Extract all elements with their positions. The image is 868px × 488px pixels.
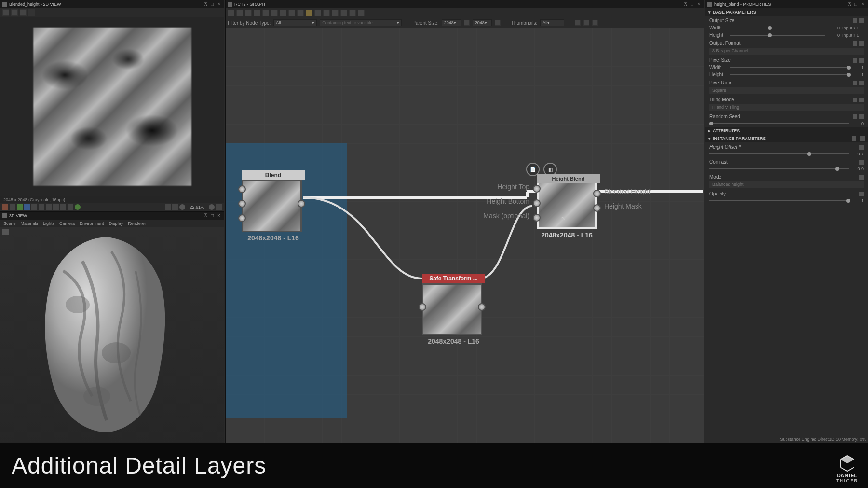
tool-icon[interactable]	[340, 10, 347, 16]
graph-canvas[interactable]: Blend 2048x2048 - L16 Safe Transform ...…	[226, 28, 704, 444]
pin-icon[interactable]: ⊼	[203, 213, 208, 219]
link-icon[interactable]	[859, 175, 864, 180]
tool-icon[interactable]	[332, 10, 339, 16]
tool-icon[interactable]	[288, 10, 295, 16]
menu-display[interactable]: Display	[109, 221, 123, 226]
slider-contrast[interactable]	[709, 167, 849, 171]
inherit-icon[interactable]	[853, 18, 857, 23]
dot-icon[interactable]	[209, 204, 215, 210]
menu-materials[interactable]: Materials	[21, 221, 39, 226]
tool-icon[interactable]	[583, 20, 589, 26]
tool-icon[interactable]	[358, 10, 365, 16]
select-mode[interactable]: Balanced height	[709, 181, 864, 188]
node-hb-thumb[interactable]	[537, 177, 597, 229]
menu-camera[interactable]: Camera	[59, 221, 75, 226]
inherit-icon[interactable]	[853, 41, 857, 46]
channel-b-icon[interactable]	[24, 204, 30, 210]
tool-icon[interactable]	[39, 204, 44, 210]
tool-icon[interactable]	[60, 204, 66, 210]
pin-icon[interactable]: ⊼	[203, 1, 208, 7]
link-icon[interactable]	[859, 192, 864, 196]
panel-3d-titlebar[interactable]: 3D VIEW ⊼ □ ×	[0, 212, 224, 220]
pin-icon[interactable]: ⊼	[846, 1, 852, 7]
section-base[interactable]: ▾ BASE PARAMETERS	[705, 8, 868, 16]
tool-icon[interactable]	[271, 10, 278, 16]
tool-icon[interactable]	[172, 204, 178, 210]
tool-icon[interactable]	[53, 204, 59, 210]
tool-icon[interactable]	[297, 10, 304, 16]
select-pixelratio[interactable]: Square	[709, 87, 864, 94]
node-port-out[interactable]	[298, 200, 305, 208]
node-blend-thumb[interactable]	[242, 180, 302, 232]
tool-icon[interactable]	[860, 136, 865, 141]
slider-random[interactable]	[709, 121, 849, 126]
tool-icon[interactable]	[68, 204, 73, 210]
tool-icon[interactable]	[852, 136, 856, 141]
val-pxwidth[interactable]: 1	[852, 65, 864, 70]
grid-icon[interactable]	[31, 204, 37, 210]
node-safetransform[interactable]: Safe Transform ... 2048x2048 - L16	[422, 274, 485, 345]
status-dot-icon[interactable]	[75, 204, 81, 210]
canvas-2d[interactable]	[0, 17, 224, 196]
node-port-in[interactable]	[238, 185, 246, 193]
inherit-icon[interactable]	[853, 81, 857, 85]
tool-icon[interactable]	[280, 10, 286, 16]
node-heightblend[interactable]: 📄 ◧ Height Blend 2048x2048 - L16 Height …	[537, 177, 597, 239]
save-icon[interactable]	[11, 9, 18, 16]
new-icon[interactable]	[2, 9, 9, 16]
menu-environment[interactable]: Environment	[80, 221, 104, 226]
camera-icon[interactable]	[245, 10, 252, 16]
node-port-out[interactable]	[478, 303, 486, 311]
link-icon[interactable]	[859, 114, 864, 119]
maximize-icon[interactable]: □	[209, 213, 215, 219]
tool-icon[interactable]	[10, 204, 15, 210]
node-port-in[interactable]	[533, 199, 541, 207]
camera-icon[interactable]	[2, 229, 9, 235]
lock-icon[interactable]	[216, 204, 222, 210]
tool-icon[interactable]	[236, 10, 243, 16]
select-tiling[interactable]: H and V Tiling	[709, 104, 864, 111]
panel-graph-titlebar[interactable]: RCT2 - GRAPH ⊼ □ ×	[226, 0, 704, 8]
thumb-select[interactable]: All ▾	[540, 19, 564, 26]
channel-g-icon[interactable]	[17, 204, 23, 210]
section-attr[interactable]: ▸ ATTRIBUTES	[705, 127, 868, 135]
node-port-in[interactable]	[238, 214, 246, 222]
val-opacity[interactable]: 1	[852, 198, 864, 203]
tool-icon[interactable]	[46, 204, 52, 210]
node-port-out[interactable]	[593, 204, 601, 212]
inherit-icon[interactable]	[853, 114, 857, 119]
close-icon[interactable]: ×	[860, 1, 866, 7]
mul-height[interactable]: Input x 1	[842, 33, 864, 38]
slider-pxheight[interactable]	[730, 72, 849, 77]
close-icon[interactable]: ×	[216, 1, 222, 7]
link-icon[interactable]	[859, 160, 864, 165]
menu-renderer[interactable]: Renderer	[128, 221, 146, 226]
lock-icon[interactable]	[495, 20, 501, 26]
select-outputformat[interactable]: 8 Bits per Channel	[709, 48, 864, 55]
tool-icon[interactable]	[592, 20, 598, 26]
link-icon[interactable]	[859, 58, 864, 63]
node-port-in[interactable]	[533, 214, 541, 222]
size-select[interactable]: 2048 ▾	[473, 19, 492, 26]
link-icon[interactable]	[464, 20, 470, 26]
tool-icon[interactable]	[262, 10, 269, 16]
val-height[interactable]: 0	[828, 33, 840, 38]
tool-icon[interactable]	[254, 10, 260, 16]
link-icon[interactable]	[859, 81, 864, 85]
tool-icon[interactable]	[306, 10, 312, 16]
maximize-icon[interactable]: □	[689, 1, 695, 7]
tool-icon[interactable]	[228, 10, 234, 16]
tool-icon[interactable]	[323, 10, 330, 16]
dot-icon[interactable]	[179, 204, 185, 210]
panel-2d-titlebar[interactable]: Blended_height - 2D VIEW ⊼ □ ×	[0, 0, 224, 8]
val-contrast[interactable]: 0.9	[852, 167, 864, 171]
copy-icon[interactable]	[20, 9, 27, 16]
parent-select[interactable]: 2048 ▾	[442, 19, 461, 26]
link-icon[interactable]	[859, 41, 864, 46]
slider-opacity[interactable]	[709, 198, 849, 203]
val-hoffset[interactable]: 0.7	[852, 152, 864, 156]
inherit-icon[interactable]	[853, 58, 857, 63]
node-port-in[interactable]	[419, 303, 426, 311]
close-icon[interactable]: ×	[696, 1, 702, 7]
canvas-3d[interactable]	[0, 227, 224, 442]
